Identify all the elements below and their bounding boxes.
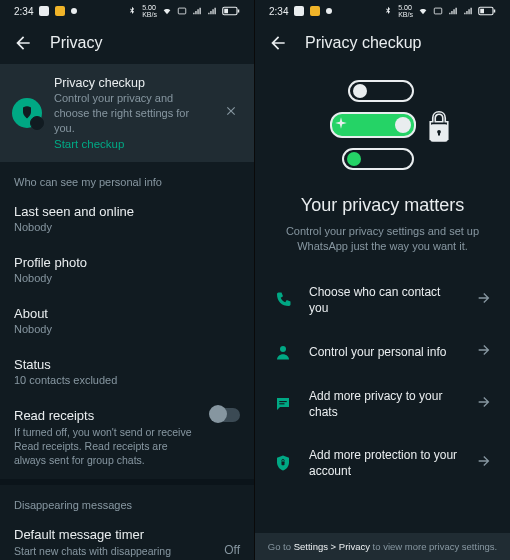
item-title: Profile photo	[14, 255, 240, 270]
privacy-illustration	[308, 72, 458, 187]
svg-rect-11	[438, 132, 440, 136]
timer-value: Off	[224, 543, 240, 557]
close-card-button[interactable]	[220, 100, 242, 126]
battery-icon	[478, 6, 496, 16]
svg-rect-13	[279, 401, 287, 402]
svg-point-12	[280, 346, 286, 352]
svg-rect-0	[178, 8, 186, 14]
profile-photo-item[interactable]: Profile photo Nobody	[0, 245, 254, 296]
card-title: Privacy checkup	[54, 76, 208, 90]
person-icon	[273, 342, 293, 362]
item-value: 10 contacts excluded	[14, 374, 240, 386]
app-bar: Privacy checkup	[255, 22, 510, 64]
status-item[interactable]: Status 10 contacts excluded	[0, 347, 254, 398]
svg-point-4	[34, 120, 42, 128]
item-title: Status	[14, 357, 240, 372]
section-disappearing: Disappearing messages	[0, 485, 254, 517]
footer-hint: Go to Settings > Privacy to view more pr…	[255, 533, 510, 560]
start-checkup-link[interactable]: Start checkup	[54, 138, 208, 150]
status-dot-icon	[326, 8, 332, 14]
checkup-item-label: Add more protection to your account	[309, 447, 460, 479]
svg-rect-8	[480, 9, 484, 14]
status-time: 2:34	[14, 6, 33, 17]
battery-icon	[222, 6, 240, 16]
checkup-item-label: Add more privacy to your chats	[309, 388, 460, 420]
item-value: Nobody	[14, 323, 240, 335]
checkup-item-label: Control your personal info	[309, 344, 460, 360]
signal-icon	[192, 6, 202, 16]
status-bar: 2:34 5.00KB/s	[0, 0, 254, 22]
checkup-heading: Your privacy matters	[255, 195, 510, 216]
back-button[interactable]	[12, 32, 34, 54]
about-item[interactable]: About Nobody	[0, 296, 254, 347]
checkup-item-account[interactable]: Add more protection to your account	[255, 434, 510, 492]
item-desc: Start new chats with disappearing messag…	[14, 544, 184, 560]
phone-icon	[273, 290, 293, 310]
arrow-left-icon	[268, 33, 288, 53]
footer-pre: Go to	[268, 541, 294, 552]
close-icon	[224, 104, 238, 118]
app-bar: Privacy	[0, 22, 254, 64]
chevron-right-icon	[476, 394, 492, 414]
arrow-left-icon	[13, 33, 33, 53]
status-indicator-icon	[294, 6, 304, 16]
footer-post: to view more privacy settings.	[370, 541, 497, 552]
chevron-right-icon	[476, 453, 492, 473]
chevron-right-icon	[476, 342, 492, 362]
screen-title: Privacy	[50, 34, 102, 52]
wifi-icon	[418, 6, 428, 16]
network-label: 5.00KB/s	[398, 4, 413, 18]
checkup-item-label: Choose who can contact you	[309, 284, 460, 316]
network-label: 5.00KB/s	[142, 4, 157, 18]
signal2-icon	[463, 6, 473, 16]
bluetooth-icon	[383, 6, 393, 16]
signal-icon	[448, 6, 458, 16]
volte-icon	[433, 6, 443, 16]
status-dot-icon	[71, 8, 77, 14]
checkup-item-contact[interactable]: Choose who can contact you	[255, 271, 510, 329]
privacy-checkup-card[interactable]: Privacy checkup Control your privacy and…	[0, 64, 254, 162]
volte-icon	[177, 6, 187, 16]
checkup-subtitle: Control your privacy settings and set up…	[283, 224, 482, 255]
item-value: Nobody	[14, 272, 240, 284]
read-receipts-toggle[interactable]	[210, 408, 240, 422]
svg-rect-14	[279, 404, 284, 405]
signal2-icon	[207, 6, 217, 16]
privacy-badge-icon	[12, 98, 42, 128]
item-desc: If turned off, you won't send or receive…	[14, 425, 194, 468]
status-app-icon	[310, 6, 320, 16]
status-time: 2:34	[269, 6, 288, 17]
svg-rect-3	[224, 9, 228, 14]
item-value: Nobody	[14, 221, 240, 233]
section-personal-info: Who can see my personal info	[0, 162, 254, 194]
svg-rect-5	[434, 8, 442, 14]
footer-link[interactable]: Settings > Privacy	[294, 541, 370, 552]
read-receipts-item[interactable]: Read receipts If turned off, you won't s…	[0, 398, 254, 480]
item-title: Default message timer	[14, 527, 224, 542]
privacy-screen: 2:34 5.00KB/s Privacy Privacy checkup Co	[0, 0, 255, 560]
chevron-right-icon	[476, 290, 492, 310]
status-bar: 2:34 5.00KB/s	[255, 0, 510, 22]
status-app-icon	[55, 6, 65, 16]
svg-rect-15	[282, 461, 285, 465]
item-title: Read receipts	[14, 408, 94, 423]
chat-icon	[273, 394, 293, 414]
lock-icon	[424, 110, 454, 146]
checkup-item-personal[interactable]: Control your personal info	[255, 329, 510, 375]
privacy-checkup-screen: 2:34 5.00KB/s Privacy checkup	[255, 0, 510, 560]
bluetooth-icon	[127, 6, 137, 16]
back-button[interactable]	[267, 32, 289, 54]
sparkle-icon	[334, 116, 348, 130]
status-indicator-icon	[39, 6, 49, 16]
svg-rect-2	[238, 10, 240, 13]
checkup-item-chats[interactable]: Add more privacy to your chats	[255, 375, 510, 433]
card-subtitle: Control your privacy and choose the righ…	[54, 91, 208, 136]
default-timer-item[interactable]: Default message timer Start new chats wi…	[0, 517, 254, 560]
shield-lock-icon	[273, 453, 293, 473]
last-seen-item[interactable]: Last seen and online Nobody	[0, 194, 254, 245]
item-title: About	[14, 306, 240, 321]
screen-title: Privacy checkup	[305, 34, 422, 52]
wifi-icon	[162, 6, 172, 16]
item-title: Last seen and online	[14, 204, 240, 219]
svg-rect-7	[494, 10, 496, 13]
